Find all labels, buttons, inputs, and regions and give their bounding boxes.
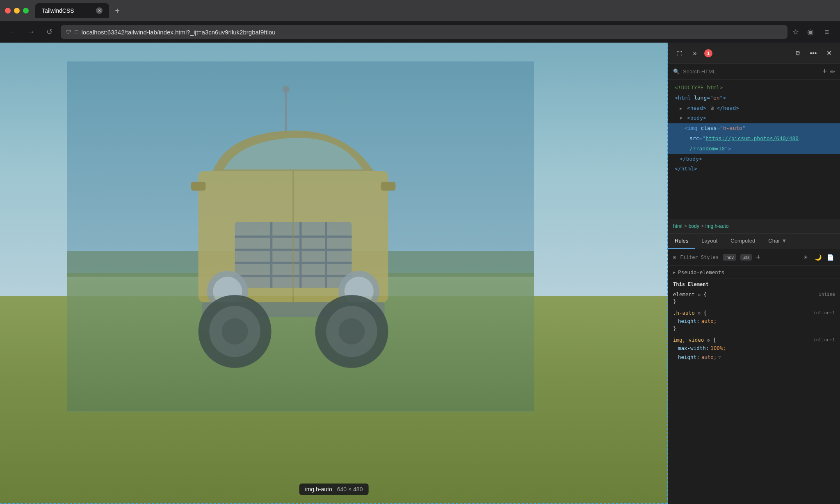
breadcrumb-img[interactable]: img.h-auto (705, 223, 729, 229)
filter-icon-group: ☀ 🌙 📄 (801, 252, 835, 262)
hov-button[interactable]: :hov (723, 254, 736, 261)
print-mode-button[interactable]: 📄 (825, 252, 835, 262)
main-content: img.h-auto 640 × 480 ⬚ » 1 ⧉ ••• ✕ 🔍 + (0, 43, 840, 504)
title-bar: TailwindCSS ✕ + (0, 0, 840, 21)
breadcrumb-html[interactable]: html (673, 223, 682, 229)
filter-triangle-icon[interactable]: ▽ (718, 354, 721, 361)
close-button[interactable] (5, 8, 11, 14)
devtools-panel: ⬚ » 1 ⧉ ••• ✕ 🔍 + ✏ <!DOCTYPE html> (668, 43, 840, 504)
html-html-close-line[interactable]: </html> (668, 164, 840, 174)
element-highlight-right (667, 43, 668, 504)
html-body-open-line[interactable]: ▼ <body> (668, 113, 840, 123)
error-badge: 1 (704, 49, 712, 57)
light-mode-button[interactable]: ☀ (801, 252, 810, 262)
truck-image (67, 61, 534, 412)
tab-layout[interactable]: Layout (695, 234, 724, 249)
rule-img-video-body: max-width: 100%; height: auto; ▽ (673, 344, 835, 361)
rule-h-auto: .h-auto ⚙ { inline:1 height: auto; } (668, 308, 840, 335)
filter-bar: ⊡ Filter Styles :hov .cls + ☀ 🌙 📄 (668, 249, 840, 266)
html-head-line[interactable]: ▶ <head> 🖥 </head> (668, 103, 840, 114)
filter-funnel-icon: ⊡ (673, 254, 676, 260)
tab-char[interactable]: Char ▼ (762, 234, 793, 249)
rule-img-video-selector: img, video ⚙ { inline:1 (673, 337, 835, 343)
pseudo-triangle-icon: ▶ (673, 270, 676, 275)
max-width-val: 100%; (710, 344, 726, 352)
cls-button[interactable]: .cls (740, 254, 752, 261)
nav-right: ◉ ≡ (804, 25, 833, 39)
h-auto-gear-icon[interactable]: ⚙ (698, 311, 701, 316)
element-gear-icon[interactable]: ⚙ (698, 292, 701, 297)
h-auto-height-val: auto; (701, 317, 717, 325)
h-auto-height-rule: height: auto; (678, 317, 835, 325)
style-rules: ⊡ Filter Styles :hov .cls + ☀ 🌙 📄 ▶ Pseu… (668, 249, 840, 504)
head-triangle[interactable]: ▶ (680, 106, 682, 111)
tab-close-button[interactable]: ✕ (96, 7, 103, 14)
devtools-toolbar: ⬚ » 1 ⧉ ••• ✕ (668, 43, 840, 64)
rule-img-video: img, video ⚙ { inline:1 max-width: 100%;… (668, 335, 840, 365)
breadcrumb-body[interactable]: body (689, 223, 699, 229)
new-tab-button[interactable]: + (111, 4, 124, 17)
h-auto-source: inline:1 (813, 310, 835, 316)
dock-button[interactable]: ⧉ (792, 47, 804, 59)
img-video-source: inline:1 (813, 337, 835, 343)
shield-icon: 🛡 (66, 29, 71, 35)
filter-label: Filter Styles (680, 254, 719, 260)
forward-button[interactable]: → (25, 25, 38, 39)
dark-mode-button[interactable]: 🌙 (813, 252, 823, 262)
breadcrumb: html > body > img.h-auto (668, 219, 840, 234)
html-body-close-line[interactable]: </body> (668, 154, 840, 164)
height-rule: height: auto; ▽ (678, 353, 835, 361)
style-tabs: Rules Layout Computed Char ▼ (668, 234, 840, 249)
page-icon: □ (75, 29, 78, 35)
webpage: img.h-auto 640 × 480 (0, 43, 668, 504)
nav-bar: ← → ↺ 🛡 □ localhost:63342/tailwind-lab/i… (0, 21, 840, 43)
element-source: inline (819, 292, 835, 297)
webpage-content: img.h-auto 640 × 480 (0, 43, 668, 504)
tooltip-selector: img.h-auto (305, 486, 332, 493)
pseudo-elements-section[interactable]: ▶ Pseudo-elements (668, 266, 840, 279)
ellipsis-button[interactable]: ••• (807, 47, 819, 59)
add-node-button[interactable]: + (822, 67, 827, 76)
this-element-header: This Element (668, 279, 840, 290)
height-val: auto; (701, 353, 717, 361)
html-open-tag: <html (675, 95, 694, 101)
traffic-lights (5, 8, 29, 14)
bookmark-button[interactable]: ☆ (792, 27, 799, 36)
search-icon: 🔍 (673, 68, 680, 75)
rule-element-selector: element ⚙ { inline (673, 291, 835, 297)
tab-computed[interactable]: Computed (724, 234, 762, 249)
more-tools-button[interactable]: » (689, 47, 701, 59)
reload-button[interactable]: ↺ (43, 25, 56, 39)
tooltip-dimensions: 640 × 480 (337, 486, 363, 493)
html-img-end-line[interactable]: /?random=10"> (668, 144, 840, 154)
edit-node-button[interactable]: ✏ (830, 68, 835, 75)
maximize-button[interactable] (23, 8, 29, 14)
minimize-button[interactable] (14, 8, 20, 14)
active-tab[interactable]: TailwindCSS ✕ (35, 3, 109, 18)
html-doctype-line[interactable]: <!DOCTYPE html> (668, 83, 840, 93)
element-tooltip: img.h-auto 640 × 480 (299, 484, 369, 495)
svg-rect-28 (67, 61, 534, 412)
html-img-line[interactable]: <img class="h-auto" (668, 123, 840, 134)
back-button[interactable]: ← (7, 25, 20, 39)
html-search-bar: 🔍 + ✏ (668, 64, 840, 79)
url-text: localhost:63342/tailwind-lab/index.html?… (81, 29, 783, 36)
account-button[interactable]: ◉ (804, 25, 817, 39)
rule-h-auto-selector: .h-auto ⚙ { inline:1 (673, 310, 835, 316)
menu-button[interactable]: ≡ (820, 25, 833, 39)
html-html-line[interactable]: <html lang="en"> (668, 93, 840, 103)
rule-h-auto-body: height: auto; (673, 317, 835, 325)
html-search-input[interactable] (683, 68, 819, 75)
add-style-button[interactable]: + (756, 253, 760, 262)
browser-window: TailwindCSS ✕ + ← → ↺ 🛡 □ localhost:6334… (0, 0, 840, 504)
html-img-src-line[interactable]: src="https://picsum.photos/640/480 (668, 134, 840, 144)
devtools-close-button[interactable]: ✕ (823, 47, 835, 59)
rule-element: element ⚙ { inline } (668, 290, 840, 308)
tab-bar: TailwindCSS ✕ + (35, 3, 835, 18)
inspector-button[interactable]: ⬚ (673, 47, 685, 59)
html-inspector: <!DOCTYPE html> <html lang="en"> ▶ <head… (668, 79, 840, 219)
tab-rules[interactable]: Rules (668, 234, 695, 249)
img-video-gear-icon[interactable]: ⚙ (707, 338, 710, 343)
address-bar[interactable]: 🛡 □ localhost:63342/tailwind-lab/index.h… (61, 25, 788, 39)
body-triangle[interactable]: ▼ (680, 116, 682, 120)
